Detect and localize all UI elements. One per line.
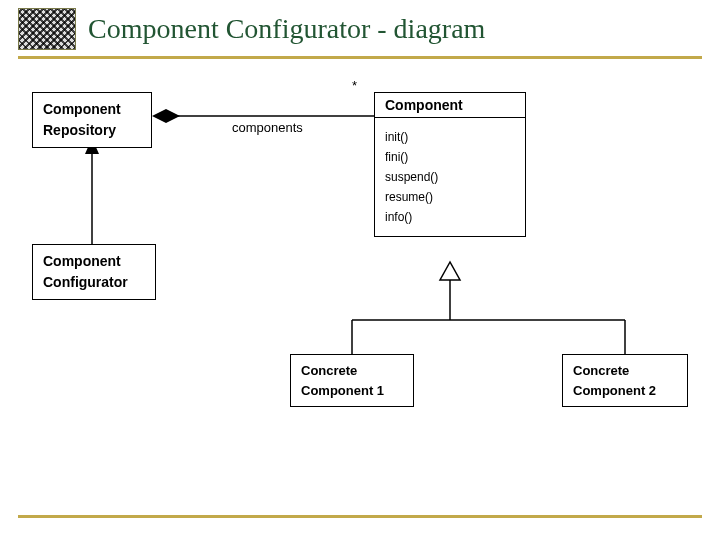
label-line: Component 2 (573, 381, 677, 401)
label-line: Component (43, 99, 141, 120)
label-line: Component 1 (301, 381, 403, 401)
uml-canvas: Component Repository Component Configura… (0, 58, 720, 498)
class-operations: init() fini() suspend() resume() info() (375, 118, 525, 236)
assoc-multiplicity: * (352, 78, 357, 93)
class-concrete-component-1: Concrete Component 1 (290, 354, 414, 407)
logo-icon (18, 8, 76, 50)
operation: fini() (385, 150, 515, 164)
gen-concretes-component (352, 262, 625, 354)
label-line: Component (43, 251, 145, 272)
slide: Component Configurator - diagram (0, 0, 720, 540)
class-name: Component (375, 93, 525, 118)
label-line: Repository (43, 120, 141, 141)
operation: resume() (385, 190, 515, 204)
svg-marker-1 (152, 109, 180, 123)
footer-rule (18, 515, 702, 518)
class-concrete-component-2: Concrete Component 2 (562, 354, 688, 407)
operation: init() (385, 130, 515, 144)
operation: suspend() (385, 170, 515, 184)
class-component-repository: Component Repository (32, 92, 152, 148)
slide-title: Component Configurator - diagram (88, 13, 485, 45)
label-line: Concrete (573, 361, 677, 381)
class-component-configurator: Component Configurator (32, 244, 156, 300)
class-component: Component init() fini() suspend() resume… (374, 92, 526, 237)
label-line: Configurator (43, 272, 145, 293)
link-configurator-repository (85, 138, 99, 244)
slide-header: Component Configurator - diagram (0, 0, 720, 54)
label-line: Concrete (301, 361, 403, 381)
svg-marker-4 (440, 262, 460, 280)
assoc-role: components (232, 120, 303, 135)
operation: info() (385, 210, 515, 224)
